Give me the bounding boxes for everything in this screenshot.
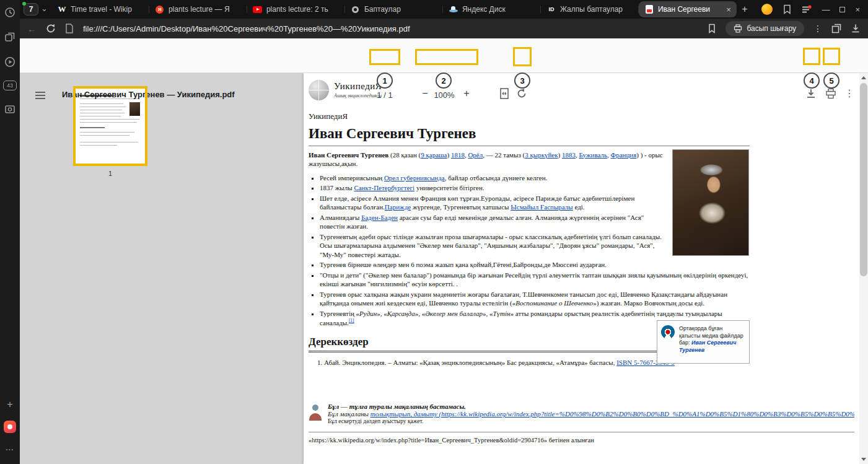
article-link[interactable]: Баден-Баден [361, 214, 398, 221]
close-tab-icon[interactable]: × [726, 5, 731, 14]
article-text: Қарсаңда [387, 310, 415, 317]
messenger-icon[interactable] [4, 421, 16, 433]
article-link[interactable]: Буживаль [579, 151, 607, 159]
pdf-viewer-area: 1 УикипедиЯ Ашық энциклопедиясы Уикипеди… [20, 73, 868, 464]
notifications-icon[interactable] [802, 5, 812, 14]
stub-line-2: Бұл мақаланы толықтырып, дамыту (https:/… [328, 410, 854, 418]
bottom-divider [309, 432, 854, 432]
menu-hamburger-icon[interactable] [35, 91, 46, 100]
sidebar-more-icon[interactable]: ⋯ [0, 437, 20, 462]
scrollbar-thumb[interactable] [860, 83, 867, 276]
scroll-up-icon[interactable] [859, 73, 868, 82]
print-page-button[interactable]: басып шығару [726, 21, 804, 36]
tab-plants-lecture-doc[interactable]: Я plants lecture — Я [149, 0, 247, 19]
stub-line-3: Бұл ескертуді дәлдеп ауыстыру қажет. [328, 418, 854, 424]
side-panel-icon[interactable] [831, 24, 841, 33]
article-link[interactable]: 1818 [451, 151, 465, 159]
rotate-icon[interactable] [516, 88, 527, 99]
zoom-level-value[interactable]: 100% [432, 90, 457, 100]
tab-plants-lecture-video[interactable]: plants lecture: 2 ть [247, 0, 345, 19]
collections-icon[interactable] [783, 4, 792, 14]
article-link[interactable]: Франция [610, 151, 636, 159]
article-text: Бұл мақаланы [328, 410, 370, 418]
tab-time-travel[interactable]: W Time travel - Wikip [51, 0, 149, 19]
new-tab-button[interactable]: + [737, 0, 753, 19]
article-text: , байлар отбасында дүниеге келген. [445, 174, 548, 182]
article-link[interactable]: Орёл [468, 151, 483, 159]
close-window-icon[interactable]: × [855, 5, 860, 14]
wikipedia-icon: W [57, 4, 67, 14]
article-link[interactable]: [1] [349, 318, 354, 323]
article-link[interactable]: 3 қыркүйек [525, 151, 558, 159]
article-text: университетін бітірген. [414, 184, 484, 191]
url-field[interactable]: file:///C:/Users/Admin/Desktop/Иван%20Се… [83, 24, 698, 33]
play-icon[interactable] [0, 50, 20, 74]
maximize-icon[interactable] [840, 7, 845, 12]
article-link[interactable]: 1883 [562, 151, 576, 159]
toolbar-more-icon[interactable]: ⋮ [844, 87, 855, 99]
tab-label: plants lecture: 2 ть [266, 5, 340, 14]
page-indicator[interactable]: 1 / 1 [370, 90, 399, 100]
article-link[interactable]: Ысмайыл Ғаспыралы [511, 203, 573, 211]
tab-count-badge[interactable]: 43 [3, 81, 17, 90]
tab-bar: 7 ⌄ W Time travel - Wikip Я plants lectu… [20, 0, 868, 19]
chevron-down-icon[interactable]: ⌄ [41, 4, 48, 13]
stub-notice: Бұл — тұлға туралы мақаланың бастамасы. … [309, 403, 854, 424]
article-text: Әкелер мен балалар [425, 310, 483, 317]
article-text: », « [377, 310, 387, 317]
article-text: Рудин [359, 310, 377, 317]
zoom-out-button[interactable]: − [419, 88, 431, 99]
tab-label: Баптаулар [364, 5, 437, 14]
article-link[interactable]: Орел губерниясында [384, 174, 445, 182]
thumbnail-page-number: 1 [73, 170, 147, 177]
back-icon[interactable]: ← [27, 24, 37, 34]
bookmark-icon[interactable] [708, 24, 716, 33]
profile-avatar[interactable] [761, 4, 773, 15]
annotation-number-1: 1 [377, 72, 393, 89]
id-icon: ID [546, 4, 556, 14]
annotation-number-5: 5 [823, 72, 840, 89]
annotation-number-3: 3 [514, 72, 530, 89]
article-link[interactable]: толықтырып, дамыту (https://kk.wikipedia… [370, 410, 854, 418]
annotation-number-4: 4 [804, 72, 820, 89]
article-text: Тургеневтың әдеби орыс тілінде жазылған … [320, 233, 662, 258]
article-link[interactable]: Парижде [385, 203, 411, 211]
article-text: », « [415, 310, 426, 317]
tab-general-settings[interactable]: ID Жалпы баптаулар [541, 0, 639, 19]
history-clock-icon[interactable] [0, 0, 20, 25]
tab-counter[interactable]: 7 [24, 3, 38, 15]
article-link[interactable]: 9 қараша [421, 151, 447, 159]
tab-settings[interactable]: Баптаулар [345, 0, 443, 19]
print-icon[interactable] [825, 88, 836, 99]
site-name-line: УикипедиЯ [309, 111, 750, 121]
address-more-icon[interactable]: ⋮ [813, 24, 822, 33]
downloads-icon[interactable] [851, 24, 861, 33]
yandex-red-icon: Я [156, 6, 164, 14]
turgenev-portrait-image [673, 150, 748, 255]
tab-label: Time travel - Wikip [71, 5, 144, 14]
person-stub-icon [309, 405, 322, 421]
screenshot-icon[interactable] [0, 97, 20, 121]
sidebar-add-icon[interactable]: + [0, 392, 20, 417]
tab-strip: W Time travel - Wikip Я plants lecture —… [51, 0, 754, 19]
vertical-scrollbar[interactable] [859, 73, 868, 464]
reload-icon[interactable] [46, 24, 56, 33]
article-bullet: "Отцы и дети" ("Әкелер мен балалар") ром… [320, 271, 750, 289]
download-icon[interactable] [805, 88, 817, 99]
article-bullet: Тургенев орыс халқына жақын украин мәден… [320, 290, 750, 308]
tab-label: plants lecture — Я [169, 5, 242, 14]
commons-text: Ортақорда бұған қатысты медиа файлдар ба… [679, 325, 745, 354]
minimize-icon[interactable]: — [822, 5, 830, 14]
page-thumbnail[interactable] [76, 89, 145, 164]
article-text: (28 қазан ( [388, 151, 421, 159]
article-link[interactable]: Санкт-Петербургтегі [354, 184, 414, 191]
commons-media-box: Ортақорда бұған қатысты медиа файлдар ба… [657, 320, 750, 364]
tab-active-pdf[interactable]: Иван Сергееви × [639, 1, 737, 17]
zoom-in-button[interactable]: + [461, 88, 472, 99]
scroll-down-icon[interactable] [859, 455, 868, 464]
fit-page-icon[interactable] [499, 88, 509, 99]
article-text: », « [483, 310, 493, 317]
tab-yandex-disk[interactable]: Яндекс Диск [443, 0, 541, 19]
tab-label: Жалпы баптаулар [560, 5, 633, 14]
tabs-panel-icon[interactable] [0, 25, 20, 50]
